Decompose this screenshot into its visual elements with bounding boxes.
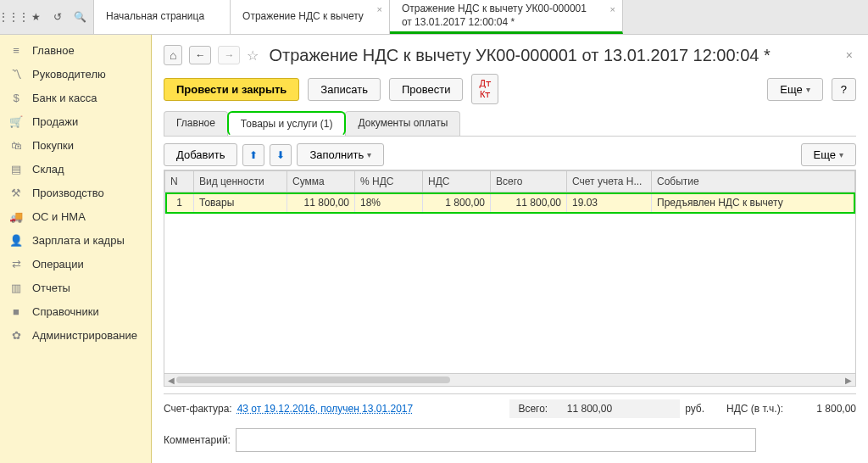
sidebar-item-dictionaries[interactable]: ■Справочники: [0, 299, 151, 323]
top-tab-document[interactable]: Отражение НДС к вычету УК00-000001 от 13…: [390, 0, 623, 34]
sidebar-item-label: Банк и касса: [32, 92, 97, 104]
apps-icon[interactable]: ⋮⋮⋮: [7, 10, 20, 24]
sidebar-item-reports[interactable]: ▥Отчеты: [0, 276, 151, 299]
sidebar-item-assets[interactable]: 🚚ОС и НМА: [0, 204, 151, 228]
bank-icon: $: [8, 91, 24, 104]
total-currency: руб.: [685, 403, 704, 415]
horizontal-scrollbar[interactable]: ◀ ▶: [164, 373, 855, 386]
sidebar-item-main[interactable]: ≡Главное: [0, 38, 151, 62]
help-button[interactable]: ?: [832, 78, 856, 101]
main-toolbar: Провести и закрыть Записать Провести ДᴛК…: [164, 74, 856, 104]
cell-type[interactable]: Товары: [194, 192, 287, 214]
basket-icon: 🛍: [8, 138, 24, 152]
header-sum[interactable]: Сумма: [287, 171, 355, 192]
grid-header-row: N Вид ценности Сумма % НДС НДС Всего Сче…: [165, 171, 855, 192]
header-n[interactable]: N: [165, 171, 194, 192]
cell-event[interactable]: Предъявлен НДС к вычету: [652, 192, 855, 214]
total-value: 11 800,00: [553, 403, 612, 415]
close-document-button[interactable]: ×: [843, 48, 856, 62]
cell-vat[interactable]: 1 800,00: [423, 192, 491, 214]
close-icon[interactable]: ×: [609, 3, 615, 15]
cell-total[interactable]: 11 800,00: [491, 192, 567, 214]
system-icons: ⋮⋮⋮ ★ ↺ 🔍: [0, 0, 94, 34]
star-icon[interactable]: ★: [29, 10, 42, 24]
people-icon: 👤: [8, 233, 24, 247]
header-type[interactable]: Вид ценности: [194, 171, 287, 192]
fill-button[interactable]: Заполнить: [297, 143, 384, 166]
table-toolbar: Добавить ⬆ ⬇ Заполнить Еще: [164, 143, 856, 166]
header-event[interactable]: Событие: [652, 171, 855, 192]
header-account[interactable]: Счет учета Н...: [567, 171, 652, 192]
table-row[interactable]: 1 Товары 11 800,00 18% 1 800,00 11 800,0…: [165, 192, 855, 214]
top-tabs-bar: ⋮⋮⋮ ★ ↺ 🔍 Начальная страница Отражение Н…: [0, 0, 868, 35]
sidebar-item-admin[interactable]: ✿Администрирование: [0, 323, 151, 347]
invoice-label: Счет-фактура:: [164, 403, 232, 415]
folder-icon: ■: [8, 304, 24, 318]
menu-icon: ≡: [8, 43, 24, 57]
tab-goods-services[interactable]: Товары и услуги (1): [227, 111, 347, 136]
move-up-button[interactable]: ⬆: [242, 144, 264, 166]
cell-n[interactable]: 1: [165, 192, 194, 214]
header-vat[interactable]: НДС: [423, 171, 491, 192]
sidebar-item-label: Зарплата и кадры: [32, 234, 125, 247]
forward-button[interactable]: →: [218, 46, 240, 64]
sidebar-item-sales[interactable]: 🛒Продажи: [0, 109, 151, 133]
sidebar-item-label: ОС и НМА: [32, 210, 86, 223]
post-button[interactable]: Провести: [389, 78, 464, 101]
tab-payment-docs[interactable]: Документы оплаты: [345, 111, 460, 136]
table-more-button[interactable]: Еще: [801, 143, 856, 166]
top-tab-reflection[interactable]: Отражение НДС к вычету ×: [231, 0, 390, 34]
sidebar-item-label: Производство: [32, 187, 104, 199]
sidebar-item-label: Руководителю: [32, 68, 106, 81]
cell-sum[interactable]: 11 800,00: [287, 192, 355, 214]
vat-label: НДС (в т.ч.):: [726, 403, 783, 415]
add-row-button[interactable]: Добавить: [164, 143, 237, 166]
top-tab-home[interactable]: Начальная страница: [94, 0, 231, 34]
comment-input[interactable]: [236, 428, 756, 452]
truck-icon: 🚚: [8, 209, 24, 223]
grid-empty-area[interactable]: [164, 214, 855, 373]
cell-account[interactable]: 19.03: [567, 192, 652, 214]
write-button[interactable]: Записать: [308, 78, 381, 101]
sidebar-item-label: Отчеты: [32, 282, 70, 294]
header-total[interactable]: Всего: [491, 171, 567, 192]
report-icon: ▥: [8, 281, 24, 294]
top-tab-label: Отражение НДС к вычету: [242, 10, 364, 24]
move-down-button[interactable]: ⬇: [270, 144, 292, 166]
sidebar: ≡Главное 〽Руководителю $Банк и касса 🛒Пр…: [0, 35, 152, 463]
tab-main[interactable]: Главное: [164, 111, 228, 136]
favorite-star[interactable]: [247, 47, 259, 64]
box-icon: ▤: [8, 162, 24, 176]
comment-label: Комментарий:: [164, 434, 231, 446]
top-tab-label: Отражение НДС к вычету УК00-000001 от 13…: [402, 3, 597, 29]
post-and-close-button[interactable]: Провести и закрыть: [164, 78, 299, 101]
header-vat-pct[interactable]: % НДС: [355, 171, 423, 192]
inner-tabs: Главное Товары и услуги (1) Документы оп…: [164, 111, 856, 137]
close-icon[interactable]: ×: [376, 3, 381, 15]
register-button[interactable]: ДᴛКᴛ: [471, 74, 498, 104]
back-button[interactable]: ←: [189, 46, 211, 64]
sidebar-item-label: Продажи: [32, 115, 78, 128]
sidebar-item-operations[interactable]: ⇄Операции: [0, 252, 151, 276]
more-button[interactable]: Еще: [767, 78, 822, 101]
sidebar-item-label: Склад: [32, 163, 64, 176]
sidebar-item-production[interactable]: ⚒Производство: [0, 181, 151, 204]
search-icon[interactable]: 🔍: [73, 10, 86, 24]
sidebar-item-warehouse[interactable]: ▤Склад: [0, 157, 151, 181]
invoice-link[interactable]: 43 от 19.12.2016, получен 13.01.2017: [237, 403, 414, 415]
content-area: ← → Отражение НДС к вычету УК00-000001 о…: [152, 35, 868, 463]
items-grid[interactable]: N Вид ценности Сумма % НДС НДС Всего Сче…: [164, 170, 855, 214]
cell-vat-pct[interactable]: 18%: [355, 192, 423, 214]
ops-icon: ⇄: [8, 257, 24, 271]
sidebar-item-bank[interactable]: $Банк и касса: [0, 86, 151, 109]
sidebar-item-manager[interactable]: 〽Руководителю: [0, 62, 151, 86]
history-icon[interactable]: ↺: [51, 10, 64, 24]
sidebar-item-hr[interactable]: 👤Зарплата и кадры: [0, 228, 151, 252]
vat-value: 1 800,00: [788, 403, 856, 415]
document-header: ← → Отражение НДС к вычету УК00-000001 о…: [164, 45, 856, 65]
chart-icon: 〽: [8, 67, 24, 81]
gear-icon: ✿: [8, 328, 24, 342]
home-button[interactable]: [164, 45, 182, 65]
sidebar-item-purchases[interactable]: 🛍Покупки: [0, 133, 151, 157]
scrollbar-thumb[interactable]: [176, 377, 450, 383]
